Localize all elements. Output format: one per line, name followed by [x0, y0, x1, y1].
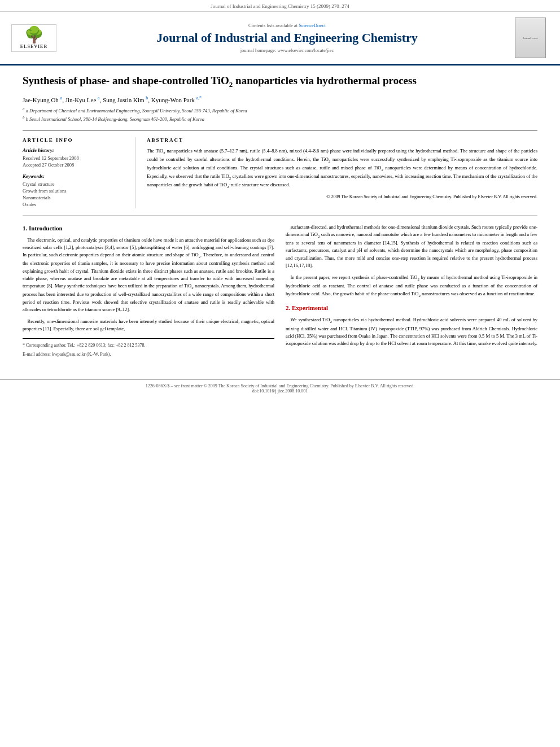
body-right-col: surfactant-directed, and hydrothermal me…	[286, 224, 537, 360]
keywords-heading: Keywords:	[23, 173, 126, 179]
keyword-3: Nanomaterials	[23, 195, 126, 200]
contents-available: Contents lists available at ScienceDirec…	[68, 23, 506, 28]
journal-homepage: journal homepage: www.elsevier.com/locat…	[68, 47, 506, 53]
keyword-4: Oxides	[23, 202, 126, 207]
abstract-col: ABSTRACT The TiO2 nanoparticles with ana…	[147, 137, 537, 208]
elsevier-logo-box: 🌳 ELSEVIER	[11, 24, 56, 52]
bottom-bar: 1226-086X/$ – see front matter © 2009 Th…	[0, 379, 560, 397]
right-para-2: In the present paper, we report synthesi…	[286, 274, 537, 299]
intro-para-1: The electronic, optical, and catalytic p…	[23, 237, 274, 313]
received-date: Received 12 September 2008	[23, 155, 126, 161]
article-title: Synthesis of phase- and shape-controlled…	[23, 74, 537, 90]
article-info-col: ARTICLE INFO Article history: Received 1…	[23, 137, 135, 208]
journal-name: Journal of Industrial and Engineering Ch…	[68, 30, 506, 45]
elsevier-tree-icon: 🌳	[14, 27, 54, 43]
article-history-heading: Article history:	[23, 147, 126, 153]
issn-line: 1226-086X/$ – see front matter © 2009 Th…	[23, 383, 537, 388]
citation-text: Journal of Industrial and Engineering Ch…	[211, 3, 349, 9]
top-citation-bar: Journal of Industrial and Engineering Ch…	[0, 0, 560, 12]
elsevier-logo: 🌳 ELSEVIER	[11, 24, 56, 52]
section-2-heading: 2. Experimental	[286, 303, 537, 313]
article-title-section: Synthesis of phase- and shape-controlled…	[23, 74, 537, 130]
abstract-text: The TiO2 nanoparticles with anatase (5.7…	[147, 147, 537, 190]
keyword-2: Growth from solutions	[23, 188, 126, 194]
page-wrapper: Journal of Industrial and Engineering Ch…	[0, 0, 560, 397]
journal-header: 🌳 ELSEVIER Contents lists available at S…	[0, 12, 560, 65]
intro-para-2: Recently, one-dimensional nanowire mater…	[23, 318, 274, 333]
keyword-1: Crystal structure	[23, 181, 126, 187]
email-address: E-mail address: kwpark@ssu.ac.kr (K.-W. …	[23, 351, 274, 358]
accepted-date: Accepted 27 October 2008	[23, 162, 126, 168]
keywords-section: Keywords: Crystal structure Growth from …	[23, 173, 126, 207]
doi-line: doi:10.1016/j.jiec.2008.10.001	[23, 388, 537, 394]
body-content: 1. Introduction The electronic, optical,…	[23, 224, 537, 360]
elsevier-label: ELSEVIER	[14, 44, 54, 49]
journal-cover-thumbnail: Journal cover	[515, 18, 546, 58]
science-direct-link[interactable]: ScienceDirect	[299, 23, 326, 28]
body-left-col: 1. Introduction The electronic, optical,…	[23, 224, 274, 360]
article-info-heading: ARTICLE INFO	[23, 137, 126, 143]
affiliations: a a Department of Chemical and Environme…	[23, 106, 537, 123]
abstract-heading: ABSTRACT	[147, 137, 537, 143]
right-para-3: We synthesized TiO2 nanoparticles via hy…	[286, 316, 537, 347]
article-content: Synthesis of phase- and shape-controlled…	[0, 65, 560, 371]
authors: Jae-Kyung Oh a, Jin-Kyu Lee a, Sung Just…	[23, 95, 537, 103]
abstract-copyright: © 2009 The Korean Society of Industrial …	[147, 194, 537, 199]
corresponding-author: * Corresponding author. Tel.: +82 2 820 …	[23, 342, 274, 349]
right-para-1: surfactant-directed, and hydrothermal me…	[286, 224, 537, 269]
info-abstract-section: ARTICLE INFO Article history: Received 1…	[23, 137, 537, 216]
section-1-heading: 1. Introduction	[23, 224, 274, 233]
journal-title-area: Contents lists available at ScienceDirec…	[68, 23, 506, 53]
article-footer: * Corresponding author. Tel.: +82 2 820 …	[23, 338, 274, 358]
journal-thumbnail: Journal cover	[515, 18, 549, 58]
